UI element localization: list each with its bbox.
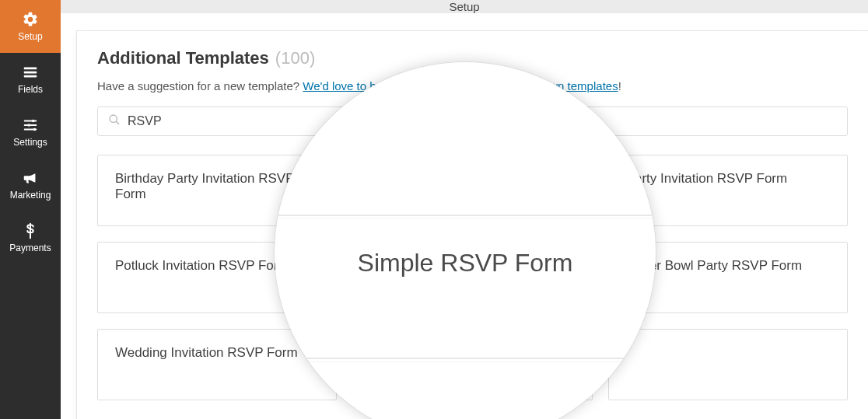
subtext-suffix: ! [618,79,621,93]
magnifier-divider [275,358,656,359]
sidebar-item-payments[interactable]: Payments [0,211,61,264]
dollar-icon [22,222,39,239]
svg-point-6 [110,115,117,122]
header: Setup [61,0,868,13]
sidebar-item-marketing[interactable]: Marketing [0,159,61,211]
magnifier-label: Simple RSVP Form [358,249,573,277]
svg-point-5 [33,128,37,131]
svg-rect-2 [24,75,37,78]
subtext-prefix: Have a suggestion for a new template? [97,79,303,93]
gear-icon [22,11,39,28]
page-title: Setup [449,0,479,13]
sidebar-item-label: Settings [13,137,47,148]
panel-count: (100) [275,48,315,68]
fields-icon [22,64,39,81]
sidebar-item-label: Marketing [10,190,51,201]
sidebar-item-fields[interactable]: Fields [0,53,61,106]
svg-point-3 [32,120,35,123]
svg-rect-0 [24,68,37,70]
svg-line-7 [116,121,119,124]
bullhorn-icon [22,169,39,187]
sidebar-item-label: Fields [18,84,43,95]
magnifier-divider [275,215,656,216]
sliders-icon [22,117,39,134]
sidebar-item-setup[interactable]: Setup [0,0,61,53]
magnifier-divider [275,218,656,218]
magnifier-divider [275,361,656,362]
template-card[interactable] [608,329,848,400]
template-label: Wedding Invitation RSVP Form [115,345,298,361]
search-icon [108,113,121,129]
template-label: Party Invitation RSVP Form [626,171,788,187]
panel-title: Additional Templates [97,48,269,68]
sidebar-item-settings[interactable]: Settings [0,106,61,159]
svg-point-4 [27,124,30,127]
svg-rect-1 [24,72,37,74]
sidebar-item-label: Setup [18,31,42,42]
sidebar: Setup Fields Settings Marketing Payments [0,0,61,419]
template-label: Potluck Invitation RSVP Form [115,258,289,274]
sidebar-item-label: Payments [9,243,51,253]
